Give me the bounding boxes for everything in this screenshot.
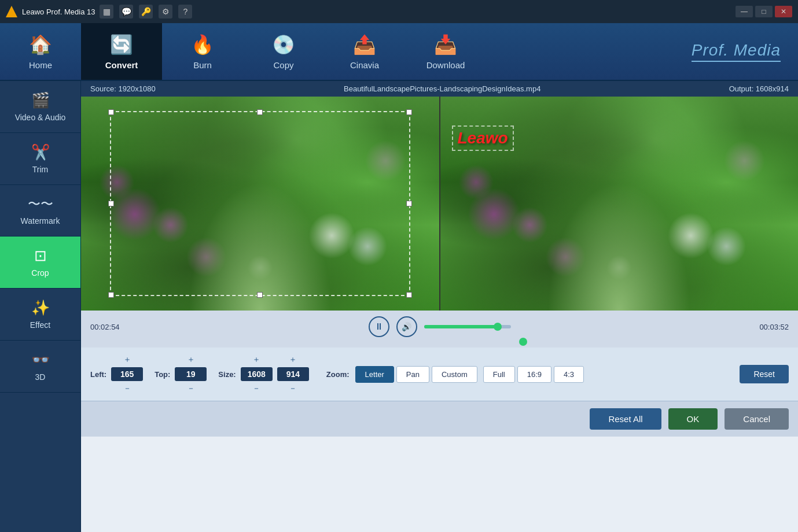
left-decrement-button[interactable]: － [121,383,134,394]
nav-item-convert[interactable]: 🔄 Convert [81,23,162,80]
video-audio-icon: 🎬 [31,91,50,109]
pause-button[interactable]: ⏸ [369,316,389,337]
zoom-label: Zoom: [326,370,350,379]
app-title: Leawo Prof. Media 13 [22,8,95,16]
titlebar-left: Leawo Prof. Media 13 ▦ 💬 🔑 ⚙ ? [6,5,192,19]
home-icon: 🏠 [29,34,52,56]
sidebar-label-3d: 3D [35,372,46,382]
cinavia-icon: 📤 [353,34,376,56]
brand-text: Prof. Media [692,41,781,62]
tool-icon-1[interactable]: ▦ [100,5,113,19]
watermark-icon: 〜〜 [28,195,53,213]
left-spinbox: ＋ 165 － [111,354,143,394]
sidebar-item-effect[interactable]: ✨ Effect [0,289,80,341]
cancel-button[interactable]: Cancel [725,408,789,430]
full-zoom-button[interactable]: Full [483,366,515,383]
size-label: Size: [218,370,236,379]
nav-label-download: Download [426,60,465,70]
width-increment-button[interactable]: ＋ [250,354,263,365]
main-container: 🎬 Video & Audio ✂️ Trim 〜〜 Watermark ⊡ C… [0,81,798,532]
height-spinbox: ＋ 914 － [277,354,309,394]
brand-logo: Prof. Media [486,23,798,80]
nav-item-download[interactable]: 📥 Download [405,23,486,80]
output-info: Output: 1608x914 [729,84,789,93]
left-value[interactable]: 165 [111,367,143,381]
volume-button[interactable]: 🔊 [396,316,417,337]
sidebar-item-watermark[interactable]: 〜〜 Watermark [0,185,80,237]
zoom-buttons: Full 16:9 4:3 [483,366,584,383]
minimize-button[interactable]: — [736,6,753,17]
left-increment-button[interactable]: ＋ [121,354,134,365]
reset-all-button[interactable]: Reset All [590,408,661,430]
reset-button[interactable]: Reset [740,365,789,383]
height-decrement-button[interactable]: － [286,383,299,394]
output-garden-path [547,182,690,311]
app-logo [6,6,17,17]
volume-thumb [494,323,502,331]
maximize-button[interactable]: □ [755,6,773,17]
size-width-value[interactable]: 1608 [241,367,273,381]
mode-buttons: Letter Pan Custom [355,366,477,383]
tool-icon-5[interactable]: ? [178,5,192,19]
nav-item-copy[interactable]: 💿 Copy [243,23,324,80]
size-height-value[interactable]: 914 [277,367,309,381]
crop-field-top: Top: ＋ 19 － [155,354,207,394]
crop-handle-tm[interactable] [257,109,263,115]
crop-handle-ml[interactable] [108,201,114,206]
crop-handle-mr[interactable] [406,201,412,206]
close-button[interactable]: ✕ [775,6,792,17]
time-row: 00:02:54 ⏸ 🔊 00:03:52 [90,316,789,337]
pan-button[interactable]: Pan [396,366,429,383]
3d-icon: 👓 [31,351,50,369]
left-label: Left: [90,370,106,379]
nav-label-home: Home [29,60,52,70]
top-decrement-button[interactable]: － [185,383,197,394]
top-increment-button[interactable]: ＋ [185,354,197,365]
crop-handle-bm[interactable] [257,292,263,298]
sidebar: 🎬 Video & Audio ✂️ Trim 〜〜 Watermark ⊡ C… [0,81,81,532]
sidebar-label-watermark: Watermark [21,216,60,226]
total-time: 00:03:52 [759,323,789,331]
sidebar-item-3d[interactable]: 👓 3D [0,341,80,393]
nav-item-home[interactable]: 🏠 Home [0,23,81,80]
height-increment-button[interactable]: ＋ [286,354,299,365]
tool-icon-2[interactable]: 💬 [119,5,133,19]
nav-label-copy: Copy [273,60,293,70]
volume-track[interactable] [424,325,511,328]
4-3-zoom-button[interactable]: 4:3 [554,366,584,383]
filename: BeautifulLandscapePictures-LandscapingDe… [344,84,540,93]
crop-field-size: Size: ＋ 1608 － ＋ 914 － [218,354,309,394]
nav-item-burn[interactable]: 🔥 Burn [162,23,243,80]
crop-handle-br[interactable] [406,292,412,298]
crop-controls: Left: ＋ 165 － Top: ＋ 19 － Size: [81,348,798,401]
sidebar-item-video-audio[interactable]: 🎬 Video & Audio [0,81,80,133]
16-9-zoom-button[interactable]: 16:9 [517,366,551,383]
letter-button[interactable]: Letter [355,366,394,383]
sidebar-item-trim[interactable]: ✂️ Trim [0,133,80,185]
crop-handle-bl[interactable] [108,292,114,298]
action-bar: Reset All OK Cancel [81,401,798,437]
sidebar-label-video-audio: Video & Audio [15,113,66,122]
zoom-section: Zoom: Letter Pan Custom Full 16:9 4:3 [326,366,584,383]
tool-icon-4[interactable]: ⚙ [159,5,172,19]
crop-overlay[interactable] [110,111,410,296]
source-info: Source: 1920x1080 [90,84,156,93]
player-controls: ⏸ 🔊 [369,316,511,337]
source-preview [81,97,439,311]
nav-label-cinavia: Cinavia [350,60,379,70]
custom-button[interactable]: Custom [432,366,477,383]
top-value[interactable]: 19 [175,367,207,381]
width-decrement-button[interactable]: － [250,383,263,394]
nav-item-cinavia[interactable]: 📤 Cinavia [324,23,405,80]
crop-handle-tr[interactable] [406,109,412,115]
sidebar-item-crop[interactable]: ⊡ Crop [0,237,80,289]
top-label: Top: [155,370,170,379]
trim-icon: ✂️ [31,143,50,161]
crop-handle-tl[interactable] [108,109,114,115]
preview-area: Leawo [81,97,798,311]
tool-icon-3[interactable]: 🔑 [139,5,153,19]
current-time: 00:02:54 [90,323,120,331]
watermark-overlay: Leawo [452,125,514,151]
ok-button[interactable]: OK [668,408,718,430]
toolbar-icons: ▦ 💬 🔑 ⚙ ? [100,5,192,19]
